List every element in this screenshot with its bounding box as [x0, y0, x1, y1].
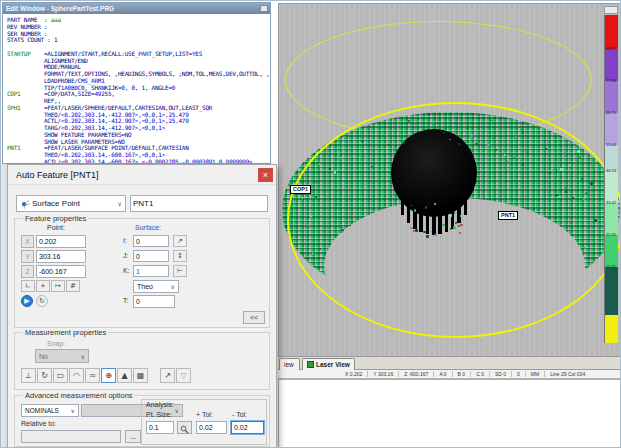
legend-header	[604, 6, 618, 14]
edit-vector-icon[interactable]: ↗	[173, 235, 187, 247]
k-label: K:	[123, 267, 130, 274]
legend-segment: 11.20	[604, 267, 618, 315]
theo-value: Theo	[137, 283, 153, 290]
relative-to-input[interactable]	[21, 430, 121, 443]
x-input[interactable]	[36, 235, 86, 248]
pnt-feature-label[interactable]: PNT1	[498, 211, 518, 220]
arc-region-icon[interactable]: ◠	[69, 368, 84, 383]
tab-laser-view[interactable]: Laser View	[302, 358, 355, 370]
measurement-mode-icons: ⊥↻▭◠≈⊕▲▦↗▽	[21, 368, 191, 383]
theo-select[interactable]: Theo ∨	[133, 280, 179, 293]
chevron-down-icon: ∨	[71, 407, 75, 414]
dialog-titlebar[interactable]: Auto Feature [PNT1] ×	[8, 165, 276, 185]
remeasure-icon[interactable]: ↻	[36, 295, 48, 307]
legend-segment: 44.53	[604, 171, 618, 203]
minus-tol-input[interactable]	[231, 421, 264, 434]
edit-window-code[interactable]: PART NAME : aaaREV NUMBER : SER NUMBER :…	[3, 14, 270, 164]
edit-window: Edit Window - SpherePartTest.PRG PART NA…	[2, 2, 271, 164]
workplane-icon[interactable]: ∟	[21, 280, 35, 292]
snap-value: No	[39, 353, 48, 360]
legend-segment: 66.75	[604, 113, 618, 145]
status-item: B 0	[452, 371, 471, 377]
legend-segment: 22.31	[604, 235, 618, 267]
z-axis-button[interactable]: Z	[21, 265, 34, 278]
j-input[interactable]	[133, 250, 169, 262]
edit-window-title: Edit Window - SpherePartTest.PRG	[6, 5, 114, 12]
rescan-icon[interactable]: ↻	[37, 368, 52, 383]
color-scale-legend: 88.9777.8666.7555.6444.5333.4222.3111.20	[604, 6, 620, 343]
test-point-icon[interactable]: ▶	[21, 295, 33, 307]
peak-point-icon[interactable]: ▲	[117, 368, 132, 383]
plus-tol-input[interactable]	[196, 421, 227, 434]
feature-name-input[interactable]	[130, 195, 268, 212]
graphics-view[interactable]: COP1 PNT1 88.9777.8666.7555.6444.5333.42…	[278, 3, 621, 357]
plus-tol-label: + Tol:	[196, 411, 213, 418]
align-axis-icon[interactable]: ⊢	[173, 265, 187, 277]
t-input[interactable]	[133, 295, 175, 308]
close-icon[interactable]: ×	[258, 168, 273, 182]
collapse-button[interactable]: <<	[243, 311, 265, 324]
auto-feature-dialog: Auto Feature [PNT1] × Surface Point ∨ Fe…	[7, 164, 277, 448]
feature-type-value: Surface Point	[32, 199, 80, 208]
view-tabbar: iew Laser View	[278, 357, 621, 370]
status-item: Line 29 Col 034	[544, 371, 590, 377]
box-region-icon[interactable]: ▭	[53, 368, 68, 383]
flip-vector-icon[interactable]: ↕	[173, 250, 187, 262]
cop-feature-label[interactable]: COP1	[290, 185, 311, 194]
grid-density-icon[interactable]: ▦	[133, 368, 148, 383]
filter-icon: ▽	[176, 368, 191, 383]
tab-laser-view-label: Laser View	[316, 359, 350, 370]
hit-point-icon[interactable]: ⊥	[21, 368, 36, 383]
point-label: Point:	[47, 224, 65, 231]
advanced-options-group: Advanced measurement options NOMINALS ∨ …	[14, 395, 270, 447]
pt-size-input[interactable]	[146, 421, 174, 434]
edit-window-titlebar[interactable]: Edit Window - SpherePartTest.PRG	[3, 3, 270, 14]
nominals-value: NOMINALS	[25, 407, 59, 414]
code-lines: PART NAME : aaaREV NUMBER : SER NUMBER :…	[7, 17, 270, 164]
surface-point-icon	[20, 199, 30, 209]
legend-segment: 88.97	[604, 49, 618, 81]
tab-view-partial[interactable]: iew	[279, 358, 300, 370]
x-axis-button[interactable]: X	[21, 235, 34, 248]
point-region-icon[interactable]: ⊕	[101, 368, 116, 383]
status-item: A 0	[433, 371, 451, 377]
feature-properties-label: Feature properties	[23, 214, 88, 223]
wave-region-icon[interactable]: ≈	[85, 368, 100, 383]
find-nominal-icon[interactable]: ⌖	[36, 280, 50, 292]
legend-segment: 77.86	[604, 81, 618, 113]
j-label: J:	[123, 252, 128, 259]
feature-type-select[interactable]: Surface Point ∨	[16, 195, 126, 212]
measurement-properties-label: Measurement properties	[23, 328, 108, 337]
k-input[interactable]	[133, 265, 169, 277]
app-window: Edit Window - SpherePartTest.PRG PART NA…	[0, 0, 621, 448]
bottom-panel	[278, 379, 621, 448]
relative-to-label: Relative to:	[21, 420, 56, 427]
edit-path-icon[interactable]: ↗	[160, 368, 175, 383]
point-offset-icon[interactable]: ↦	[51, 280, 65, 292]
y-axis-button[interactable]: Y	[21, 250, 34, 263]
z-input[interactable]	[36, 265, 86, 278]
snap-grid-icon[interactable]: #	[66, 280, 80, 292]
status-bar: X 0.202Y 303.16Z -600.167A 0B 0C 0SD 00M…	[278, 370, 621, 379]
edit-window-menu-icon[interactable]	[260, 5, 268, 12]
measurement-properties-group: Measurement properties Snap: No ∨ ⊥↻▭◠≈⊕…	[14, 332, 270, 390]
status-item: X 0.202	[340, 371, 367, 377]
nominals-select[interactable]: NOMINALS ∨	[21, 404, 79, 417]
browse-button[interactable]: ...	[125, 430, 141, 443]
status-item: Y 303.16	[367, 371, 398, 377]
y-input[interactable]	[36, 250, 86, 263]
legend-segment	[604, 315, 618, 343]
snap-select: No ∨	[35, 349, 89, 363]
magnifier-icon[interactable]	[177, 421, 192, 434]
legend-segments: 88.9777.8666.7555.6444.5333.4222.3111.20	[604, 15, 620, 343]
t-label: T:	[123, 297, 128, 304]
status-item: 0	[511, 371, 525, 377]
i-input[interactable]	[133, 235, 169, 247]
chevron-down-icon: ∨	[118, 200, 122, 207]
snap-label: Snap:	[47, 340, 65, 347]
laser-view-icon	[307, 361, 314, 368]
feature-tool-icons: ∟⌖↦#	[21, 280, 80, 292]
vector-buttons: ↗↕⊢	[173, 235, 189, 280]
chevron-down-icon: ∨	[171, 283, 175, 290]
status-item: SD 0	[489, 371, 511, 377]
